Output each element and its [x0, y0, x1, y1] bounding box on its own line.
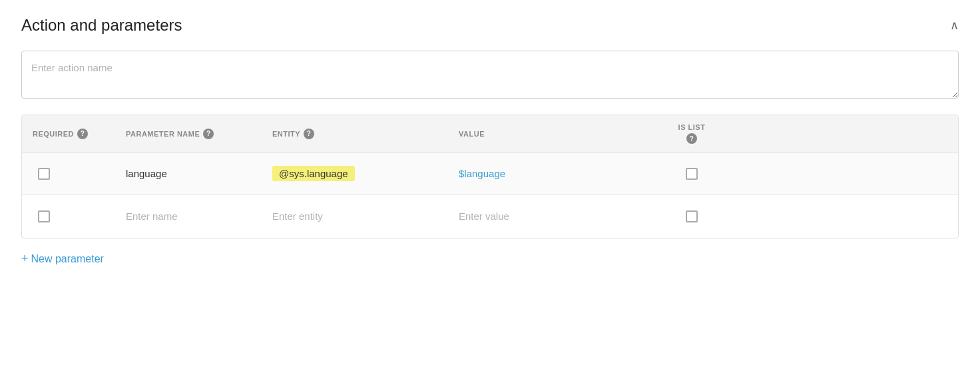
entity-tag-1: @sys.language [272, 166, 355, 181]
required-help-icon[interactable]: ? [77, 129, 88, 139]
header-value: VALUE [459, 123, 658, 144]
entity-cell-2: Enter entity [272, 210, 459, 222]
parameter-name-value-1: language [126, 168, 167, 179]
table-header: REQUIRED ? PARAMETER NAME ? ENTITY ? VAL… [22, 115, 958, 153]
parameter-name-cell-2: Enter name [126, 210, 272, 222]
is-list-checkbox-1[interactable] [686, 168, 698, 180]
required-checkbox-1[interactable] [38, 168, 50, 180]
plus-icon: + [21, 252, 29, 266]
header-entity: ENTITY ? [272, 123, 459, 144]
header-parameter-name-label: PARAMETER NAME [126, 130, 200, 138]
new-parameter-label: New parameter [31, 253, 104, 265]
value-cell-2: Enter value [459, 210, 658, 222]
parameter-name-cell-1: language [126, 168, 272, 180]
required-checkbox-2[interactable] [38, 210, 50, 222]
table-row: Enter name Enter entity Enter value [22, 195, 958, 238]
entity-cell-1: @sys.language [272, 166, 459, 181]
header-is-list: IS LIST ? [658, 123, 725, 144]
header-required: REQUIRED ? [33, 123, 126, 144]
parameters-table: REQUIRED ? PARAMETER NAME ? ENTITY ? VAL… [21, 115, 959, 238]
required-checkbox-cell-1 [33, 168, 126, 180]
header-entity-label: ENTITY [272, 130, 300, 138]
parameter-name-help-icon[interactable]: ? [203, 129, 214, 139]
parameter-name-placeholder-2: Enter name [126, 210, 178, 222]
header-value-label: VALUE [459, 130, 485, 138]
action-name-input[interactable] [21, 51, 959, 99]
is-list-cell-2 [658, 210, 725, 222]
table-row: language @sys.language $language [22, 153, 958, 195]
entity-help-icon[interactable]: ? [304, 129, 314, 139]
value-link-1[interactable]: $language [459, 168, 505, 179]
header-parameter-name: PARAMETER NAME ? [126, 123, 272, 144]
value-cell-1: $language [459, 168, 658, 180]
collapse-icon[interactable]: ∧ [950, 18, 959, 33]
is-list-cell-1 [658, 168, 725, 180]
is-list-checkbox-2[interactable] [686, 210, 698, 222]
header-is-list-label: IS LIST [678, 123, 706, 131]
required-checkbox-cell-2 [33, 210, 126, 222]
value-placeholder-2: Enter value [459, 210, 509, 222]
header-required-label: REQUIRED [33, 130, 74, 138]
new-parameter-button[interactable]: + New parameter [21, 252, 104, 266]
page-title: Action and parameters [21, 16, 182, 35]
is-list-help-icon[interactable]: ? [686, 133, 697, 144]
entity-placeholder-2: Enter entity [272, 210, 323, 222]
